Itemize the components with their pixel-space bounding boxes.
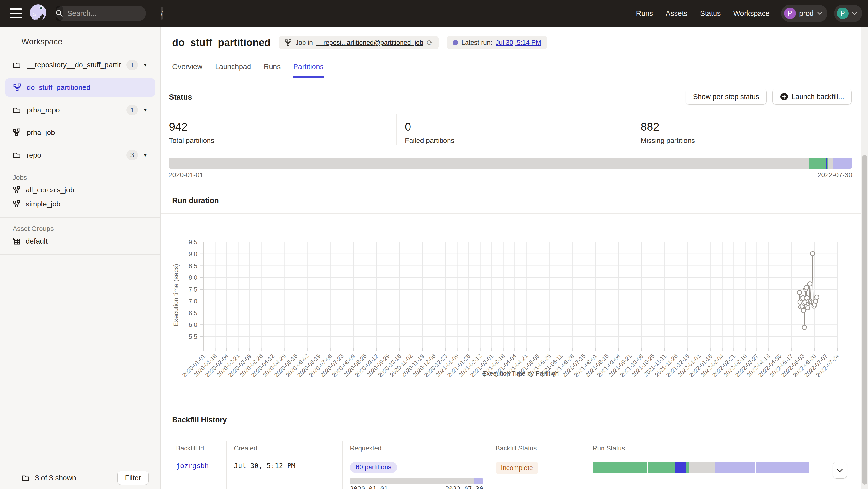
svg-text:8.0: 8.0 [189,274,197,281]
page-title: do_stuff_partitioned [172,37,271,48]
job-label: all_cereals_job [26,186,74,194]
menu-icon[interactable] [10,8,22,18]
sidebar-item-all-cereals-job[interactable]: all_cereals_job [0,183,160,197]
deployment-avatar: P [784,7,796,19]
asset-groups-section-label: Asset Groups [0,223,160,234]
tab-partitions[interactable]: Partitions [293,63,324,78]
stat-label: Total partitions [169,137,396,145]
sidebar-item-repository[interactable]: __repository__do_stuff_partitio... 1 ▾ [0,54,160,76]
launch-backfill-label: Launch backfill... [792,93,844,101]
svg-text:Execution time (secs): Execution time (secs) [173,264,180,326]
folder-icon [12,151,21,159]
count-badge: 3 [126,150,138,160]
partition-start-date: 2020-01-01 [168,171,203,179]
partition-end-date: 2022-07-30 [817,171,852,179]
search-box: / [56,6,146,21]
tab-overview[interactable]: Overview [172,63,203,78]
svg-text:9.5: 9.5 [189,238,197,246]
caret-down-icon[interactable]: ▾ [144,62,147,68]
user-avatar: P [837,7,848,19]
asset-groups-section: Asset Groups default [0,218,160,255]
stat-value: 0 [405,120,632,133]
nav-assets[interactable]: Assets [665,9,687,18]
dagster-app: / Runs Assets Status Workspace P prod P … [0,0,868,489]
job-label: simple_job [26,200,60,208]
run-duration-divider [161,214,868,214]
user-menu[interactable]: P [834,5,862,22]
backfill-id-link[interactable]: jozrgsbh [176,462,209,470]
stat-missing-partitions: 882 Missing partitions [632,114,868,145]
sidebar-item-simple-job[interactable]: simple_job [0,197,160,211]
backfill-status-badge: Incomplete [496,462,538,474]
svg-text:7.0: 7.0 [189,298,197,305]
chevron-down-icon [837,468,843,472]
show-per-step-status-button[interactable]: Show per-step status [686,89,767,105]
run-status-dot [453,40,458,45]
top-bar: / Runs Assets Status Workspace P prod P [0,0,868,27]
launch-backfill-button[interactable]: Launch backfill... [772,89,851,105]
latest-run-label: Latest run: [461,39,492,46]
run-duration-heading: Run duration [172,196,219,205]
expand-row-button[interactable] [833,462,847,479]
status-heading: Status [169,93,192,101]
folder-icon [12,61,21,69]
tabs-divider [161,79,868,79]
chevron-down-icon [817,12,823,15]
stat-value: 882 [641,120,868,133]
requested-range-dates: 2020-01-01 2022-07-30 [350,485,483,489]
svg-text:6.5: 6.5 [189,309,197,317]
svg-text:5.5: 5.5 [189,333,197,340]
nav-workspace[interactable]: Workspace [733,9,770,18]
page-scrollbar-thumb[interactable] [862,155,867,485]
column-header-backfill-id: Backfill Id [169,441,227,456]
top-nav: Runs Assets Status Workspace [636,9,770,18]
job-label: do_stuff_partitioned [27,84,90,92]
page-scrollbar-track[interactable] [861,27,868,489]
column-header-requested: Requested [343,441,488,456]
caret-down-icon[interactable]: ▾ [144,107,147,113]
dagster-logo-icon[interactable] [29,3,49,23]
latest-run-link[interactable]: Jul 30, 5:14 PM [496,39,541,46]
sidebar-item-prha-job[interactable]: prha_job [0,121,160,144]
requested-partitions-badge[interactable]: 60 partitions [350,462,397,473]
asset-group-label: default [26,237,48,245]
folder-icon [12,106,21,114]
nav-runs[interactable]: Runs [636,9,653,18]
svg-text:Execution Time by Partition: Execution Time by Partition [482,370,559,377]
tab-runs[interactable]: Runs [264,63,281,78]
nav-status[interactable]: Status [700,9,721,18]
requested-start-date: 2020-01-01 [350,485,388,489]
sidebar-title: Workspace [0,27,160,46]
backfill-row-requested-cell: 60 partitions 2020-01-01 2022-07-30 [343,456,488,489]
sidebar-item-prha-repo[interactable]: prha_repo 1 ▾ [0,99,160,121]
svg-text:6.0: 6.0 [189,321,197,328]
partition-bar-dates: 2020-01-01 2022-07-30 [168,171,852,179]
repo-list: __repository__do_stuff_partitio... 1 ▾ d… [0,54,160,255]
backfill-history-heading: Backfill History [172,416,227,424]
reload-icon[interactable]: ⟳ [427,38,433,47]
sidebar-item-repo[interactable]: repo 3 ▾ [0,144,160,166]
stat-total-partitions: 942 Total partitions [161,114,397,145]
workspace-sidebar: Workspace __repository__do_stuff_partiti… [0,27,160,489]
column-header-backfill-status: Backfill Status [488,441,585,456]
tab-launchpad[interactable]: Launchpad [215,63,251,78]
folder-icon [21,474,30,482]
sidebar-item-default-asset-group[interactable]: default [0,234,160,248]
jobs-section: Jobs all_cereals_job simple_job [0,166,160,218]
column-header-run-status: Run Status [585,441,814,456]
svg-text:8.5: 8.5 [189,262,197,269]
backfill-row-expand-cell [814,456,858,489]
backfill-created-value: Jul 30, 5:12 PM [234,462,295,470]
deployment-switcher[interactable]: P prod [781,5,827,22]
search-input[interactable] [63,9,161,18]
caret-down-icon[interactable]: ▾ [144,152,147,159]
partition-status-bar[interactable] [168,158,852,169]
run-status-bar[interactable] [593,462,809,473]
job-origin-link[interactable]: __reposi...artitioned@partitioned_job [316,39,423,46]
stat-failed-partitions: 0 Failed partitions [397,114,632,145]
repo-label: prha_repo [27,106,121,114]
filter-button[interactable]: Filter [117,471,149,485]
sidebar-item-do-stuff-partitioned[interactable]: do_stuff_partitioned [0,76,160,99]
repos-shown-count: 3 of 3 shown [35,474,112,482]
column-header-actions [814,441,858,456]
